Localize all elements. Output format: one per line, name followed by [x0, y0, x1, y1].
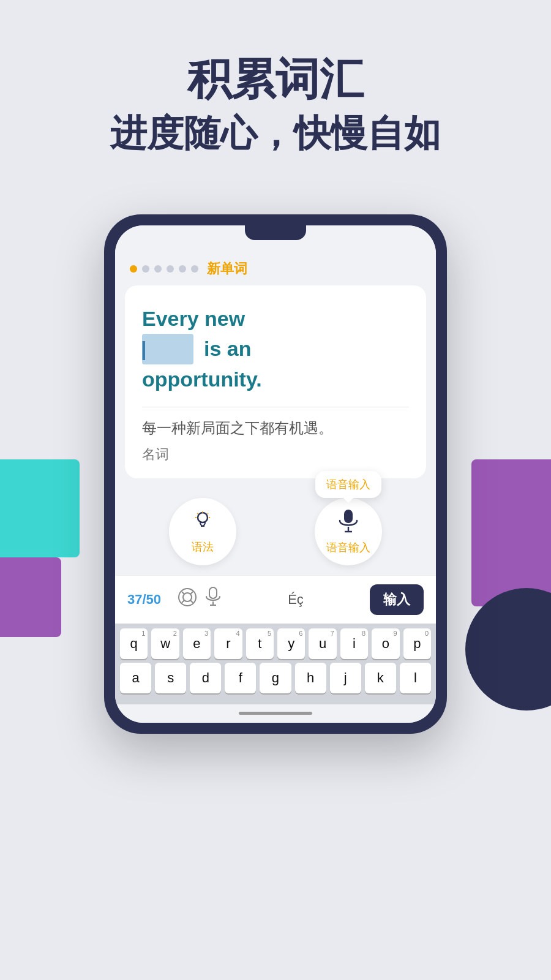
key-o[interactable]: 9o — [372, 628, 399, 659]
keyboard-bottom-spacer — [120, 697, 431, 702]
mic-icon[interactable] — [204, 587, 222, 612]
special-chars[interactable]: Éç — [229, 592, 362, 608]
dot-1 — [130, 265, 137, 273]
status-bar — [115, 225, 436, 250]
sentence-display: Every new is anopportunity. — [142, 304, 409, 394]
highlight-word — [142, 334, 193, 364]
key-k[interactable]: k — [365, 663, 396, 693]
input-bar: 37/50 — [115, 575, 436, 624]
keyboard-row-1: 1q 2w 3e 4r 5t 6y 7u 8i 9o 0p — [120, 628, 431, 659]
home-indicator — [115, 704, 436, 723]
key-d[interactable]: d — [190, 663, 221, 693]
svg-line-13 — [190, 592, 193, 594]
card-divider — [142, 407, 409, 407]
submit-input-button[interactable]: 输入 — [370, 584, 424, 615]
key-y[interactable]: 6y — [277, 628, 305, 659]
svg-line-12 — [182, 592, 184, 594]
home-bar — [239, 712, 312, 715]
svg-rect-7 — [344, 510, 353, 523]
voice-tooltip-bubble: 语音输入 — [315, 471, 381, 498]
svg-point-11 — [183, 593, 192, 601]
key-h[interactable]: h — [295, 663, 326, 693]
key-t[interactable]: 5t — [246, 628, 274, 659]
key-w[interactable]: 2w — [151, 628, 179, 659]
svg-line-4 — [208, 513, 208, 514]
progress-label: 新单词 — [207, 260, 247, 278]
top-heading-area: 积累词汇 进度随心，快慢自如 — [0, 0, 551, 182]
microphone-icon — [337, 508, 359, 537]
grammar-icon — [192, 509, 214, 536]
dot-2 — [142, 265, 149, 273]
voice-tooltip-container: 语音输入 语音输入 — [315, 498, 382, 565]
voice-input-button[interactable]: 语音输入 — [315, 498, 382, 565]
svg-line-3 — [197, 513, 198, 514]
vocab-card: Every new is anopportunity. 每一种新局面之下都有机遇… — [125, 285, 426, 478]
card-area: Every new is anopportunity. 每一种新局面之下都有机遇… — [115, 285, 436, 488]
phone-wrapper: 新单词 Every new is anopportunity. 每一种新局面之下… — [104, 214, 447, 734]
keyboard: 1q 2w 3e 4r 5t 6y 7u 8i 9o 0p a s d f g — [115, 624, 436, 704]
sentence-before: Every new — [142, 307, 245, 330]
svg-line-14 — [182, 600, 184, 603]
grammar-button[interactable]: 语法 — [169, 498, 236, 565]
key-l[interactable]: l — [400, 663, 431, 693]
input-counter: 37/50 — [127, 592, 170, 608]
key-j[interactable]: j — [330, 663, 361, 693]
grammar-label: 语法 — [192, 540, 214, 554]
deco-bar-cyan — [0, 459, 80, 557]
phone-frame: 新单词 Every new is anopportunity. 每一种新局面之下… — [104, 214, 447, 734]
key-i[interactable]: 8i — [340, 628, 368, 659]
voice-input-label: 语音输入 — [326, 540, 370, 555]
word-type: 名词 — [142, 445, 409, 464]
key-e[interactable]: 3e — [183, 628, 211, 659]
svg-rect-16 — [209, 587, 217, 598]
key-u[interactable]: 7u — [309, 628, 336, 659]
heading-main: 积累词汇 — [0, 55, 551, 104]
key-s[interactable]: s — [155, 663, 186, 693]
dot-4 — [167, 265, 174, 273]
deco-bar-purple-left — [0, 557, 61, 637]
help-icon[interactable] — [178, 587, 197, 611]
progress-area: 新单词 — [115, 250, 436, 285]
chinese-translation: 每一种新局面之下都有机遇。 — [142, 417, 409, 439]
svg-line-15 — [190, 600, 193, 603]
phone-notch — [245, 225, 306, 240]
dot-5 — [179, 265, 186, 273]
svg-point-0 — [198, 513, 208, 522]
dot-3 — [154, 265, 162, 273]
key-p[interactable]: 0p — [403, 628, 431, 659]
deco-bar-purple-right — [471, 459, 551, 606]
action-row: 语法 语音输入 — [115, 488, 436, 575]
key-f[interactable]: f — [225, 663, 256, 693]
dot-6 — [191, 265, 198, 273]
phone-inner: 新单词 Every new is anopportunity. 每一种新局面之下… — [115, 225, 436, 723]
keyboard-row-2: a s d f g h j k l — [120, 663, 431, 693]
key-q[interactable]: 1q — [120, 628, 148, 659]
key-r[interactable]: 4r — [214, 628, 242, 659]
key-a[interactable]: a — [120, 663, 151, 693]
heading-sub: 进度随心，快慢自如 — [0, 110, 551, 157]
svg-point-10 — [179, 589, 196, 606]
deco-circle-right — [465, 588, 551, 710]
key-g[interactable]: g — [260, 663, 291, 693]
